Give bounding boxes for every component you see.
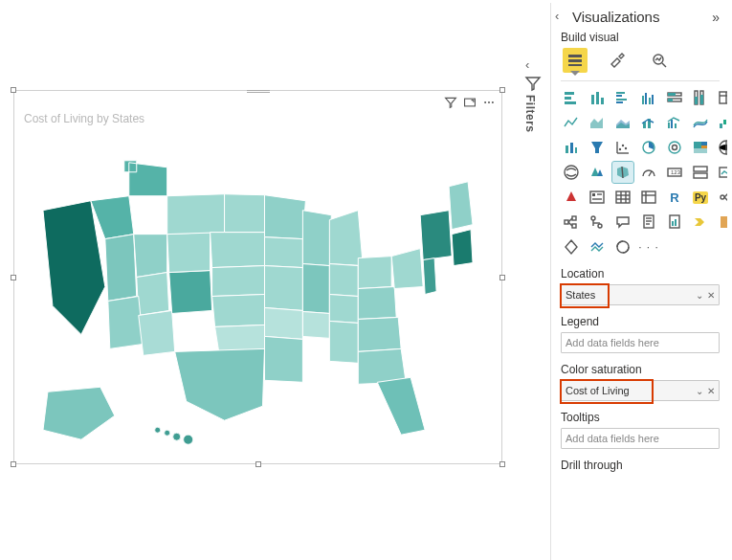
state-tx[interactable]	[175, 348, 265, 420]
field-well[interactable]: States ⌄✕	[561, 284, 720, 305]
state-hi[interactable]	[155, 427, 193, 444]
state-la[interactable]	[264, 336, 302, 382]
tab-fields[interactable]	[563, 48, 588, 73]
state-pa[interactable]	[391, 249, 423, 289]
field-well[interactable]: Add data fields here	[561, 332, 720, 353]
focus-mode-icon[interactable]	[463, 96, 477, 109]
chevron-down-icon[interactable]: ⌄	[696, 386, 703, 396]
viz-treemap-icon[interactable]	[690, 137, 711, 158]
drag-handle[interactable]	[247, 88, 270, 94]
viz-line-clustered-column-icon[interactable]	[664, 112, 685, 133]
viz-powerapps-icon[interactable]	[561, 236, 582, 258]
state-ms[interactable]	[302, 311, 329, 338]
viz-donut-icon[interactable]	[664, 137, 685, 158]
viz-clustered-column-icon[interactable]	[638, 87, 659, 108]
state-ks[interactable]	[212, 295, 265, 327]
resize-handle[interactable]	[11, 275, 16, 280]
resize-handle[interactable]	[499, 461, 505, 467]
viz-column-alt-icon[interactable]	[561, 137, 582, 158]
filter-icon[interactable]	[444, 96, 457, 109]
viz-decomposition-icon[interactable]	[561, 212, 582, 233]
viz-stacked-column-icon[interactable]	[587, 87, 608, 108]
viz-waterfall-icon[interactable]	[716, 112, 727, 133]
report-canvas-visual[interactable]: Cost of Living by States	[13, 90, 502, 464]
tab-analytics[interactable]	[647, 48, 672, 73]
viz-ribbon-icon[interactable]	[690, 112, 711, 133]
resize-handle[interactable]	[11, 87, 16, 93]
state-wi[interactable]	[302, 211, 331, 266]
state-ky-tn[interactable]	[329, 295, 358, 324]
state-wa[interactable]	[124, 161, 167, 196]
state-nc-sc[interactable]	[358, 317, 401, 351]
viz-scatter-icon[interactable]	[612, 137, 633, 158]
viz-stacked-bar-icon[interactable]	[561, 87, 582, 108]
viz-r-script-icon[interactable]: R	[664, 187, 685, 208]
viz-custom-icon[interactable]	[716, 212, 727, 233]
state-mi[interactable]	[329, 211, 363, 266]
viz-more-icon[interactable]: · · ·	[638, 236, 659, 258]
viz-kpi-delta-icon[interactable]	[561, 187, 582, 208]
chevron-down-icon[interactable]: ⌄	[696, 290, 703, 301]
state-sd[interactable]	[211, 233, 265, 268]
state-co[interactable]	[169, 271, 212, 314]
state-ca[interactable]	[43, 201, 105, 335]
viz-shape-map-icon[interactable]	[612, 162, 633, 183]
state-il[interactable]	[302, 264, 329, 314]
viz-table-icon[interactable]	[716, 87, 727, 108]
filters-pane-collapsed[interactable]: Filters	[523, 75, 543, 133]
state-al[interactable]	[329, 321, 358, 363]
viz-100-stacked-bar-icon[interactable]	[664, 87, 685, 108]
viz-kpi-icon[interactable]	[716, 162, 727, 183]
viz-gauge-icon[interactable]	[638, 162, 659, 183]
state-me-nh-vt[interactable]	[449, 182, 473, 230]
tab-format[interactable]	[605, 48, 630, 73]
viz-table2-icon[interactable]	[612, 187, 633, 208]
field-well[interactable]: Cost of Living ⌄✕	[561, 380, 720, 401]
resize-handle[interactable]	[499, 275, 505, 280]
viz-appsource-icon[interactable]	[612, 236, 633, 258]
remove-field-icon[interactable]: ✕	[707, 290, 715, 301]
state-nj[interactable]	[423, 258, 436, 295]
expand-pane-icon[interactable]: »	[712, 10, 720, 25]
state-id[interactable]	[134, 235, 167, 278]
more-options-icon[interactable]	[482, 96, 496, 109]
state-oh[interactable]	[358, 257, 391, 289]
state-mo[interactable]	[264, 266, 302, 311]
viz-clustered-bar-icon[interactable]	[612, 87, 633, 108]
state-wv-va[interactable]	[358, 287, 396, 320]
field-well[interactable]: Add data fields here	[561, 428, 720, 449]
viz-funnel-icon[interactable]	[587, 137, 608, 158]
state-ar[interactable]	[264, 307, 302, 339]
viz-multi-card-icon[interactable]	[690, 162, 711, 183]
viz-report-column-icon[interactable]	[664, 212, 685, 233]
viz-area-icon[interactable]	[587, 112, 608, 133]
state-nd[interactable]	[225, 194, 265, 233]
state-ut[interactable]	[137, 273, 169, 316]
viz-line-icon[interactable]	[561, 112, 582, 133]
viz-filled-map-globe-icon[interactable]	[561, 162, 582, 183]
viz-azure-map-icon[interactable]	[587, 162, 608, 183]
resize-handle[interactable]	[499, 87, 505, 93]
state-nv[interactable]	[105, 235, 137, 302]
viz-key-influencers-icon[interactable]	[716, 187, 727, 208]
state-ma-ct[interactable]	[452, 230, 473, 266]
state-ak[interactable]	[43, 387, 115, 439]
remove-field-icon[interactable]: ✕	[707, 386, 715, 396]
state-ny[interactable]	[420, 211, 452, 260]
viz-smart-narrative-icon[interactable]	[587, 212, 608, 233]
state-nm[interactable]	[139, 310, 175, 355]
viz-100-stacked-column-icon[interactable]	[690, 87, 711, 108]
viz-power-automate-icon[interactable]	[690, 212, 711, 233]
state-ia[interactable]	[264, 237, 302, 268]
resize-handle[interactable]	[11, 461, 16, 467]
state-mn[interactable]	[264, 195, 305, 239]
viz-line-stacked-column-icon[interactable]	[638, 112, 659, 133]
viz-matrix-icon[interactable]	[638, 187, 659, 208]
state-mt[interactable]	[167, 194, 225, 235]
viz-arcgis-icon[interactable]	[587, 236, 608, 258]
filled-map-visual[interactable]	[24, 139, 492, 454]
state-ne[interactable]	[212, 266, 265, 297]
viz-slicer-icon[interactable]	[587, 187, 608, 208]
viz-card-icon[interactable]: 123	[664, 162, 685, 183]
state-in[interactable]	[329, 264, 358, 297]
